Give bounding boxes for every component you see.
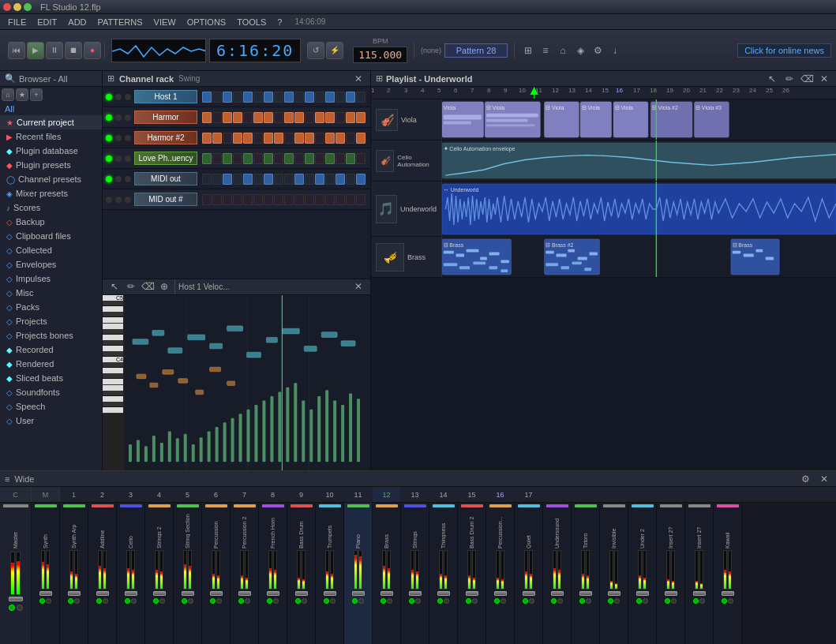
step-btn[interactable] xyxy=(305,133,314,144)
step-btn[interactable] xyxy=(305,194,314,205)
step-btn[interactable] xyxy=(315,133,324,144)
channel-name[interactable]: Harmor xyxy=(134,110,197,124)
sidebar-item-projects-bones[interactable]: ◇ Projects bones xyxy=(0,328,102,343)
step-btn[interactable] xyxy=(243,92,253,103)
step-btn[interactable] xyxy=(202,112,212,123)
step-btn[interactable] xyxy=(243,153,253,164)
step-btn[interactable] xyxy=(253,92,263,103)
ch-fader-4[interactable] xyxy=(125,591,137,596)
step-btn[interactable] xyxy=(284,194,294,205)
mixer-channel-2[interactable]: Synth Arp xyxy=(60,503,88,644)
ch-btn-mute-15[interactable] xyxy=(444,598,449,604)
channel-solo-light[interactable] xyxy=(125,94,131,100)
step-btn[interactable] xyxy=(274,92,283,103)
channel-mute-light[interactable] xyxy=(115,135,122,141)
sidebar-item-packs[interactable]: ◇ Packs xyxy=(0,300,102,314)
step-btn[interactable] xyxy=(336,133,345,144)
ch-btn-green-11[interactable] xyxy=(324,598,329,604)
mixer-channel-1[interactable]: Synth xyxy=(32,503,60,644)
step-btn[interactable] xyxy=(264,92,273,103)
sidebar-item-collected[interactable]: ◇ Collected xyxy=(0,243,102,257)
stop-button[interactable]: ⏹ xyxy=(65,42,82,59)
step-btn[interactable] xyxy=(253,153,263,164)
mixer-channel-18[interactable]: Quiet xyxy=(515,503,543,644)
ch-fader-17[interactable] xyxy=(494,591,507,596)
step-btn[interactable] xyxy=(264,194,273,205)
step-btn[interactable] xyxy=(284,153,294,164)
sidebar-item-backup[interactable]: ◇ Backup xyxy=(0,215,102,229)
mixer-channel-master[interactable]: Master xyxy=(0,503,32,644)
mixer-close[interactable]: ✕ xyxy=(817,472,831,486)
ch-fader-knob-master[interactable] xyxy=(9,597,23,601)
menu-tools[interactable]: TOOLS xyxy=(232,16,271,28)
channel-rack-close[interactable]: ✕ xyxy=(351,72,366,86)
channel-active-light[interactable] xyxy=(106,114,112,121)
ch-btn-green-12[interactable] xyxy=(352,598,358,604)
step-btn[interactable] xyxy=(274,194,283,205)
mode-button[interactable]: ⚡ xyxy=(326,42,343,59)
step-btn[interactable] xyxy=(336,194,345,205)
ch-fader-8[interactable] xyxy=(238,591,251,596)
ch-btn-green-9[interactable] xyxy=(267,598,272,604)
ch-btn-mute-1[interactable] xyxy=(46,598,51,604)
sidebar-item-scores[interactable]: ♪ Scores xyxy=(0,200,102,215)
mixer-channel-22[interactable]: Under 2 xyxy=(628,503,657,644)
step-btn[interactable] xyxy=(294,133,304,144)
step-btn[interactable] xyxy=(305,153,314,164)
ch-btn-green-16[interactable] xyxy=(466,598,471,604)
step-btn[interactable] xyxy=(294,92,304,103)
ch-fader-21[interactable] xyxy=(608,591,620,596)
time-display[interactable]: 6:16:20 xyxy=(209,39,301,62)
step-btn[interactable] xyxy=(233,92,242,103)
step-btn[interactable] xyxy=(325,133,335,144)
ch-btn-mute-7[interactable] xyxy=(216,598,222,604)
channel-mute-light[interactable] xyxy=(115,197,122,203)
step-btn[interactable] xyxy=(253,174,263,185)
step-btn[interactable] xyxy=(294,153,304,164)
step-btn[interactable] xyxy=(223,133,232,144)
mixer-channel-6[interactable]: String Section xyxy=(174,503,202,644)
step-btn[interactable] xyxy=(294,112,304,123)
menu-view[interactable]: VIEW xyxy=(149,16,181,28)
ch-fader-19[interactable] xyxy=(551,591,564,596)
step-btn[interactable] xyxy=(253,112,263,123)
mixer-channel-8[interactable]: Percussion 2 xyxy=(231,503,259,644)
step-btn[interactable] xyxy=(356,133,366,144)
step-btn[interactable] xyxy=(264,133,273,144)
step-btn[interactable] xyxy=(325,174,335,185)
channel-name[interactable]: Host 1 xyxy=(134,90,197,103)
step-btn[interactable] xyxy=(294,174,304,185)
step-btn[interactable] xyxy=(223,194,232,205)
zoom-tool[interactable]: ⊕ xyxy=(157,279,171,294)
browser-add-btn[interactable]: + xyxy=(30,88,43,101)
ch-btn-green-15[interactable] xyxy=(437,598,443,604)
playlist-tool-draw[interactable]: ✏ xyxy=(782,72,797,86)
select-tool[interactable]: ↖ xyxy=(107,279,122,294)
ch-btn-green-6[interactable] xyxy=(182,598,187,604)
step-btn[interactable] xyxy=(212,194,222,205)
step-btn[interactable] xyxy=(243,133,253,144)
track-content-cello[interactable]: ✦ Cello Automation envelope xyxy=(442,140,836,181)
ch-fader-16[interactable] xyxy=(466,591,478,596)
step-btn[interactable] xyxy=(223,153,232,164)
sidebar-item-channel-presets[interactable]: ◯ Channel presets xyxy=(0,172,102,186)
channel-mute-light[interactable] xyxy=(115,94,122,100)
channel-active-light[interactable] xyxy=(106,176,112,182)
ch-fader-25[interactable] xyxy=(722,591,734,596)
ch-btn-mute-4[interactable] xyxy=(131,598,137,604)
sidebar-item-plugin-database[interactable]: ◆ Plugin database xyxy=(0,144,102,158)
step-btn[interactable] xyxy=(315,92,324,103)
ch-btn-green-23[interactable] xyxy=(665,598,670,604)
sidebar-item-speech[interactable]: ◇ Speech xyxy=(0,399,102,414)
ch-btn-mute-8[interactable] xyxy=(245,598,250,604)
mixer-channel-20[interactable]: Totoro xyxy=(572,503,600,644)
ch-btn-green-3[interactable] xyxy=(96,598,102,604)
ch-btn-mute-6[interactable] xyxy=(188,598,193,604)
ch-btn-green-24[interactable] xyxy=(693,598,699,604)
sidebar-item-clipboard[interactable]: ◇ Clipboard files xyxy=(0,229,102,243)
menu-edit[interactable]: EDIT xyxy=(32,16,62,28)
sidebar-item-recorded[interactable]: ◆ Recorded xyxy=(0,343,102,357)
ch-fader-12[interactable] xyxy=(352,591,365,596)
step-btn[interactable] xyxy=(305,92,314,103)
ch-btn-green-1[interactable] xyxy=(39,598,45,604)
